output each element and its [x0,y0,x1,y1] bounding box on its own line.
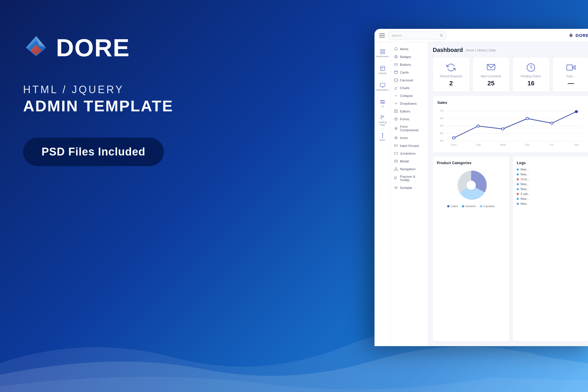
nav-item-forms[interactable]: Forms [391,115,428,123]
svg-text:50: 50 [440,139,443,142]
editor-icon [394,109,398,113]
nav-item-editors[interactable]: Editors [391,107,428,115]
sidebar-item-menu[interactable]: Menu [376,129,389,145]
logs-list: New... New... 14 pr... [517,168,585,205]
svg-rect-19 [380,103,385,104]
svg-text:Thu: Thu [525,143,530,146]
nav-item-icons[interactable]: Icons [391,134,428,142]
svg-rect-33 [395,79,397,82]
svg-rect-11 [383,52,385,54]
nav-item-modal[interactable]: Modal [391,157,428,165]
nav-item-sortable[interactable]: Sortable [391,184,428,192]
svg-text:Mon: Mon [451,143,457,146]
button-icon [394,63,398,66]
stat-value-cam: — [568,80,574,87]
legend-desserts: Desserts [462,205,476,208]
tagline-main: ADMIN TEMPLATE [23,97,219,115]
sidebar-item-dashboards[interactable]: Dashboards [376,46,389,61]
sidebar-item-layouts[interactable]: Layouts [376,62,389,78]
nav-item-alerts[interactable]: Alerts [391,45,428,53]
donut-area: Cakes Desserts Cupcakes [437,168,505,208]
topbar-logo-text: DORE [576,33,588,38]
svg-marker-45 [395,136,398,139]
nav-item-cards[interactable]: Cards [391,68,428,76]
stats-row: Refund Requests 2 New Comments 25 [433,57,588,92]
popover-icon [394,177,398,180]
svg-point-79 [550,122,553,124]
donut-chart [454,168,488,202]
svg-rect-37 [395,110,398,113]
dash-header: Dashboard Home | Library | Data [433,47,588,53]
svg-rect-9 [383,50,385,51]
svg-rect-48 [394,152,398,154]
svg-text:60: 60 [440,124,443,127]
mockup-container: Search... DORE [374,29,588,346]
svg-point-78 [526,117,529,120]
nav-item-popover[interactable]: Popover & Tooltip [391,173,428,184]
nav-item-carousel[interactable]: Carousel [391,76,428,84]
stat-value-refund: 2 [449,80,453,87]
search-placeholder: Search... [392,34,404,37]
svg-rect-12 [380,66,385,71]
svg-rect-52 [394,177,397,178]
log-item: New... [517,197,585,200]
stat-label-refund: Refund Requests [440,75,462,78]
svg-text:70: 70 [440,109,443,112]
stat-card-orders: Pending Orders 16 [513,57,549,92]
nav-list: Alerts Badges Buttons Cards Carousel [391,42,428,346]
dashboard-breadcrumb: Home | Library | Data [466,48,496,52]
carousel-icon [394,78,398,82]
svg-rect-58 [567,65,572,70]
brand-logo-icon [23,35,49,61]
sidebar-item-ui[interactable]: UI [376,96,389,111]
nav-item-charts[interactable]: Charts [391,84,428,92]
sales-chart-svg: 70 65 60 55 50 Mon [437,108,585,148]
svg-marker-51 [394,167,398,170]
svg-text:55: 55 [440,132,443,135]
nav-item-dropdowns[interactable]: Dropdowns [391,100,428,107]
nav-item-buttons[interactable]: Buttons [391,61,428,68]
sidebar-item-landing[interactable]: Landing Page [376,112,389,128]
log-dot [517,183,519,185]
input-groups-icon [394,144,398,147]
nav-item-input-groups[interactable]: Input Groups [391,142,428,149]
log-dot [517,178,519,180]
svg-point-43 [395,127,397,130]
legend-dot-cupcakes [480,205,482,207]
log-item: New... [517,168,585,171]
cam-icon [565,62,576,73]
product-categories-title: Product Categories [437,161,505,165]
brand-name: DORE [56,35,130,60]
nav-item-navigation[interactable]: Navigation [391,165,428,173]
legend-dot-cakes [447,205,450,207]
svg-point-23 [382,133,383,134]
stat-card-cam: Cam... — [553,57,588,92]
dropdown-icon [394,102,398,105]
nav-item-collapse[interactable]: Collapse [391,92,428,100]
product-categories-card: Product Categories [433,157,509,342]
svg-point-24 [382,135,383,136]
svg-point-21 [383,102,383,103]
menu-icon[interactable] [379,33,385,37]
log-item: New... [517,187,585,191]
sidebar-item-applications[interactable]: Applications [376,79,389,95]
badge-text: PSD Files Included [42,146,145,158]
bottom-row: Product Categories [433,157,588,342]
sidebar: Dashboards Layouts Applications [374,42,391,346]
sidebar-label-layouts: Layouts [378,72,386,75]
svg-text:Sat: Sat [574,143,579,146]
log-item: 2 cab... [517,192,585,196]
svg-point-75 [452,137,455,139]
nav-item-badges[interactable]: Badges [391,53,428,61]
log-dot [517,188,519,190]
flag-icon [380,115,385,120]
log-dot [517,168,519,170]
navigation-icon [394,167,398,171]
jumbotron-icon [394,151,398,155]
form-components-icon [394,127,398,130]
nav-item-jumbotron[interactable]: Jumbotron [391,149,428,157]
search-bar[interactable]: Search... [388,31,446,40]
stat-card-refund: Refund Requests 2 [433,57,469,92]
layout-icon [380,65,385,71]
nav-item-form-components[interactable]: Form Components [391,123,428,134]
